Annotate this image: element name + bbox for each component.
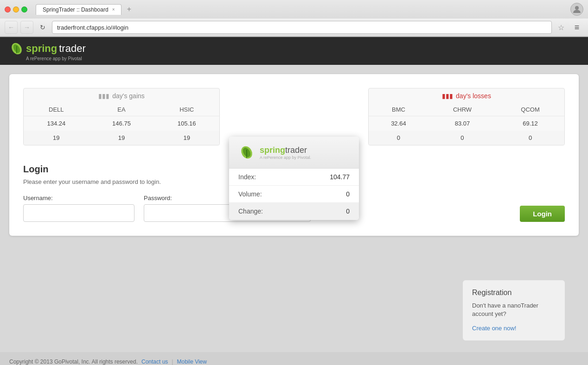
logo-container: spring trader A rePerence app by Pivotal: [9, 41, 86, 61]
footer-copyright: Copyright © 2013 GoPivotal, Inc. All rig…: [9, 359, 138, 365]
active-tab[interactable]: SpringTrader :: Dashboard ×: [36, 4, 121, 15]
gains-price-2: 146.75: [89, 116, 154, 131]
modal-spring-text: spring: [260, 145, 285, 155]
modal-volume-value: 0: [346, 190, 350, 198]
losses-price-row: 32.64 83.07 69.12: [369, 116, 564, 131]
gains-change-3: 19: [154, 131, 219, 145]
losses-title: day's losses: [456, 92, 491, 100]
modal-tagline: A rePerence app by Pivotal.: [260, 155, 311, 160]
window-buttons: [5, 6, 27, 13]
gains-bars-icon: ▮▮▮: [98, 92, 109, 100]
losses-panel: ▮▮▮ day's losses BMC CHRW QCOM 32.64: [368, 88, 565, 145]
modal-body: Index: 104.77 Volume: 0 Change: 0: [229, 169, 359, 220]
tab-bar: SpringTrader :: Dashboard × +: [36, 4, 134, 15]
losses-bars-icon: ▮▮▮: [442, 92, 453, 100]
tab-title: SpringTrader :: Dashboard: [43, 6, 109, 13]
create-account-link[interactable]: Create one now!: [472, 325, 516, 332]
gains-header: ▮▮▮ day's gains: [24, 88, 219, 103]
back-button[interactable]: ←: [5, 21, 18, 34]
forward-button[interactable]: →: [20, 21, 33, 34]
modal-trader-text: trader: [285, 145, 307, 155]
modal-card: spring trader A rePerence app by Pivotal…: [229, 137, 359, 220]
username-field-group: Username:: [23, 195, 134, 222]
browser-toolbar: ← → ↻ ☆ ≡: [0, 19, 588, 37]
modal-header: spring trader A rePerence app by Pivotal…: [229, 137, 359, 169]
browser-chrome: SpringTrader :: Dashboard × + ← → ↻ ☆ ≡: [0, 0, 588, 37]
losses-price-1: 32.64: [369, 116, 428, 131]
username-input[interactable]: [23, 204, 134, 222]
logo-text: spring trader: [9, 41, 86, 56]
modal-index-row: Index: 104.77: [229, 169, 359, 186]
browser-titlebar: SpringTrader :: Dashboard × +: [0, 0, 588, 19]
registration-panel: Registration Don't have a nanoTrader acc…: [463, 280, 565, 340]
modal-change-value: 0: [346, 208, 350, 215]
gains-price-1: 134.24: [24, 116, 89, 131]
new-tab-button[interactable]: +: [123, 4, 134, 15]
gains-ticker-3-header: HSIC: [154, 103, 219, 116]
losses-ticker-2-header: CHRW: [428, 103, 496, 116]
footer-separator: |: [172, 359, 173, 365]
modal-change-row: Change: 0: [229, 203, 359, 220]
svg-point-0: [575, 6, 579, 10]
user-icon-button[interactable]: [570, 3, 583, 16]
gains-price-3: 105.16: [154, 116, 219, 131]
gains-header-row: DELL EA HSIC: [24, 103, 219, 116]
gains-price-row: 134.24 146.75 105.16: [24, 116, 219, 131]
tab-close-icon[interactable]: ×: [112, 7, 115, 12]
close-button[interactable]: [5, 6, 11, 13]
gains-change-1: 19: [24, 131, 89, 145]
modal-change-label: Change:: [238, 208, 263, 215]
bookmark-button[interactable]: ☆: [555, 21, 568, 34]
logo-tagline: A rePerence app by Pivotal: [26, 56, 86, 61]
losses-header: ▮▮▮ day's losses: [369, 88, 564, 103]
gains-title: day's gains: [112, 92, 145, 100]
modal-logo-row: spring trader: [260, 145, 311, 155]
modal-logo-text: spring trader A rePerence app by Pivotal…: [260, 145, 311, 160]
modal-volume-row: Volume: 0: [229, 186, 359, 203]
menu-button[interactable]: ≡: [570, 21, 583, 34]
gains-panel: ▮▮▮ day's gains DELL EA HSIC 134.24: [23, 88, 220, 145]
losses-change-2: 0: [428, 131, 496, 145]
losses-header-row: BMC CHRW QCOM: [369, 103, 564, 116]
gains-ticker-1-header: DELL: [24, 103, 89, 116]
minimize-button[interactable]: [13, 6, 19, 13]
modal-logo-icon: [238, 144, 255, 161]
gains-ticker-2-header: EA: [89, 103, 154, 116]
page-footer: Copyright © 2013 GoPivotal, Inc. All rig…: [0, 352, 588, 365]
logo-spring-text: spring: [26, 43, 57, 55]
losses-change-3: 0: [496, 131, 564, 145]
gains-table: DELL EA HSIC 134.24 146.75 105.16 19: [24, 103, 219, 145]
login-button[interactable]: Login: [520, 206, 565, 222]
losses-change-1: 0: [369, 131, 428, 145]
app-header: spring trader A rePerence app by Pivotal: [0, 37, 588, 65]
footer-mobile-link[interactable]: Mobile View: [177, 359, 206, 365]
footer-contact-link[interactable]: Contact us: [141, 359, 168, 365]
modal-index-label: Index:: [238, 173, 256, 181]
logo-trader-text: trader: [59, 43, 85, 55]
springtrader-logo-icon: [9, 41, 24, 56]
gains-change-2: 19: [89, 131, 154, 145]
address-bar[interactable]: [52, 21, 552, 34]
maximize-button[interactable]: [21, 6, 27, 13]
registration-title: Registration: [472, 289, 556, 297]
losses-price-2: 83.07: [428, 116, 496, 131]
losses-table: BMC CHRW QCOM 32.64 83.07 69.12 0: [369, 103, 564, 145]
modal-index-value: 104.77: [330, 173, 350, 181]
losses-ticker-1-header: BMC: [369, 103, 428, 116]
modal-volume-label: Volume:: [238, 190, 262, 198]
losses-change-row: 0 0 0: [369, 131, 564, 145]
registration-text: Don't have a nanoTrader account yet?: [472, 302, 556, 318]
gains-change-row: 19 19 19: [24, 131, 219, 145]
page-content: ▮▮▮ day's gains DELL EA HSIC 134.24: [0, 65, 588, 352]
username-label: Username:: [23, 195, 134, 201]
losses-ticker-3-header: QCOM: [496, 103, 564, 116]
losses-price-3: 69.12: [496, 116, 564, 131]
refresh-button[interactable]: ↻: [36, 21, 49, 34]
